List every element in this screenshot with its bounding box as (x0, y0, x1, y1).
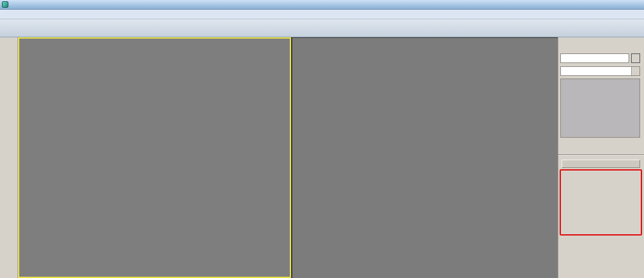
orthographic-viewport[interactable] (291, 37, 558, 278)
object-name-field[interactable] (560, 53, 629, 63)
main-area (0, 37, 644, 278)
command-panel (558, 37, 644, 278)
red-highlight-box (560, 169, 642, 236)
main-toolbar (0, 19, 644, 37)
object-color-swatch[interactable] (631, 53, 640, 63)
dropdown-arrow-icon[interactable] (631, 67, 639, 75)
panel-divider (558, 154, 644, 156)
orthographic-viewport-canvas[interactable] (292, 38, 558, 278)
app-icon (2, 1, 8, 8)
front-viewport-canvas[interactable] (19, 39, 290, 277)
3dsmax-window (0, 0, 644, 278)
front-viewport[interactable] (18, 37, 291, 278)
menu-bar (0, 10, 644, 19)
modifier-list-dropdown[interactable] (560, 66, 640, 76)
parameters-rollout-header[interactable] (562, 160, 640, 168)
title-bar[interactable] (0, 0, 644, 10)
modifier-stack[interactable] (560, 79, 640, 138)
axis-constraints-toolbar (0, 37, 18, 278)
